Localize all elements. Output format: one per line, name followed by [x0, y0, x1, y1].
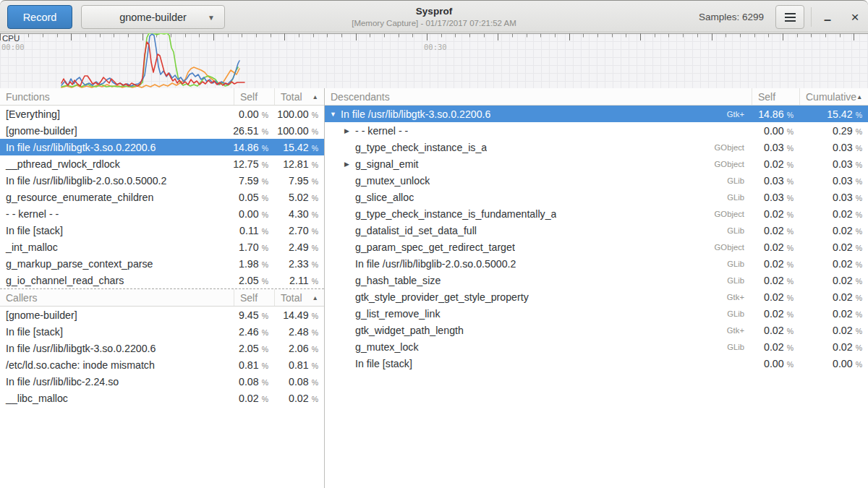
- percent-cell: 0.00%: [234, 108, 274, 120]
- percent-value: 2.48: [289, 326, 309, 338]
- percent-sign: %: [262, 260, 268, 269]
- percent-cell: 0.02%: [799, 325, 868, 336]
- column-header-descendants[interactable]: Descendants: [325, 88, 752, 105]
- expander-right-icon[interactable]: ▶: [344, 160, 355, 168]
- tree-row-name-cell: g_mutex_unlockGLib: [325, 175, 752, 187]
- expander-right-icon[interactable]: ▶: [344, 127, 355, 134]
- percent-value: 0.02: [833, 258, 853, 270]
- table-row[interactable]: /etc/ld.so.cache: inode mismatch0.81%0.8…: [0, 356, 324, 373]
- percent-cell: 26.51%: [234, 125, 274, 137]
- percent-cell: 0.81%: [274, 359, 324, 371]
- function-name: gtk_style_provider_get_style_property: [355, 291, 529, 303]
- tree-row-name-cell: ▶- - kernel - -: [325, 125, 752, 137]
- tree-row[interactable]: In file [stack]0.00%0.00%: [325, 355, 868, 372]
- percent-value: 0.03: [833, 142, 853, 153]
- table-row[interactable]: In file [stack]2.46%2.48%: [0, 323, 324, 340]
- table-row[interactable]: g_markup_parse_context_parse1.98%2.33%: [0, 255, 324, 272]
- percent-cell: 0.03%: [799, 142, 868, 153]
- table-row[interactable]: In file /usr/lib/libc-2.24.so0.08%0.08%: [0, 373, 324, 390]
- tree-row[interactable]: g_list_remove_linkGLib0.02%0.02%: [325, 305, 868, 322]
- minimize-button[interactable]: –: [816, 5, 839, 29]
- functions-table-header: Functions Self Total ▲: [0, 88, 324, 106]
- process-selector-dropdown[interactable]: gnome-builder ▼: [81, 5, 225, 29]
- percent-cell: 2.05%: [234, 275, 274, 286]
- menu-button[interactable]: [775, 5, 804, 29]
- percent-cell: 2.70%: [274, 225, 324, 236]
- tree-row[interactable]: g_param_spec_get_redirect_targetGObject0…: [325, 239, 868, 255]
- tree-row[interactable]: g_type_check_instance_is_aGObject0.03%0.…: [325, 139, 868, 155]
- percent-value: 15.42: [827, 108, 853, 120]
- column-header-callers[interactable]: Callers: [0, 289, 234, 306]
- tree-row[interactable]: gtk_widget_path_lengthGtk+0.02%0.02%: [325, 322, 868, 338]
- table-row[interactable]: In file /usr/lib/libgtk-3.so.0.2200.614.…: [0, 139, 324, 155]
- percent-cell: 0.02%: [752, 158, 799, 170]
- percent-cell: 2.49%: [274, 241, 324, 253]
- tree-row[interactable]: In file /usr/lib/libglib-2.0.so.0.5000.2…: [325, 255, 868, 272]
- expander-down-icon[interactable]: ▼: [330, 111, 341, 118]
- column-header-self[interactable]: Self: [234, 88, 274, 105]
- column-header-total[interactable]: Total ▲: [274, 289, 324, 306]
- percent-sign: %: [312, 361, 318, 370]
- table-row[interactable]: In file /usr/lib/libgtk-3.so.0.2200.62.0…: [0, 340, 324, 356]
- percent-sign: %: [312, 260, 318, 269]
- percent-value: 2.70: [289, 225, 309, 236]
- table-row[interactable]: g_resource_enumerate_children0.05%5.02%: [0, 189, 324, 205]
- percent-value: 7.59: [239, 175, 259, 187]
- percent-sign: %: [787, 277, 793, 286]
- column-header-self[interactable]: Self: [234, 289, 274, 306]
- percent-value: 14.49: [283, 309, 309, 321]
- function-name: g_hash_table_size: [355, 275, 441, 286]
- percent-cell: 1.70%: [234, 241, 274, 253]
- table-row[interactable]: _int_malloc1.70%2.49%: [0, 239, 324, 255]
- table-row[interactable]: - - kernel - -0.00%4.30%: [0, 205, 324, 222]
- percent-value: 0.02: [764, 258, 784, 270]
- tree-row-name-cell: In file /usr/lib/libglib-2.0.so.0.5000.2…: [325, 258, 752, 270]
- table-row[interactable]: In file /usr/lib/libglib-2.0.so.0.5000.2…: [0, 172, 324, 189]
- table-row[interactable]: g_io_channel_read_chars2.05%2.11%: [0, 272, 324, 288]
- percent-cell: 0.02%: [752, 241, 799, 253]
- column-header-cumulative[interactable]: Cumulative ▲: [799, 88, 868, 105]
- cpu-graph[interactable]: CPU 00:00 00:30: [0, 33, 868, 88]
- percent-sign: %: [856, 360, 862, 369]
- percent-sign: %: [856, 177, 862, 186]
- percent-cell: 100.00%: [274, 125, 324, 137]
- tree-row[interactable]: g_mutex_lockGLib0.02%0.02%: [325, 338, 868, 355]
- column-header-self[interactable]: Self: [752, 88, 799, 105]
- table-row[interactable]: __libc_malloc0.02%0.02%: [0, 390, 324, 406]
- column-header-total[interactable]: Total ▲: [274, 88, 324, 105]
- record-button[interactable]: Record: [7, 5, 72, 29]
- percent-value: 100.00: [277, 125, 308, 137]
- table-row[interactable]: [Everything]0.00%100.00%: [0, 106, 324, 122]
- tree-row[interactable]: ▼In file /usr/lib/libgtk-3.so.0.2200.6Gt…: [325, 106, 868, 122]
- functions-rows: [Everything]0.00%100.00%[gnome-builder]2…: [0, 106, 324, 288]
- tree-row[interactable]: g_slice_allocGLib0.03%0.03%: [325, 189, 868, 205]
- table-row[interactable]: __pthread_rwlock_rdlock12.75%12.81%: [0, 155, 324, 172]
- tree-row[interactable]: g_datalist_id_set_data_fullGLib0.02%0.02…: [325, 222, 868, 239]
- table-row[interactable]: [gnome-builder]26.51%100.00%: [0, 122, 324, 139]
- percent-value: 0.02: [764, 158, 784, 170]
- tree-row[interactable]: ▶g_signal_emitGObject0.02%0.03%: [325, 155, 868, 172]
- percent-value: 0.05: [239, 192, 259, 203]
- percent-sign: %: [262, 361, 268, 370]
- percent-sign: %: [787, 244, 793, 252]
- percent-cell: 15.42%: [799, 108, 868, 120]
- table-row[interactable]: [gnome-builder]9.45%14.49%: [0, 307, 324, 323]
- column-header-functions[interactable]: Functions: [0, 88, 234, 105]
- library-category-label: GLib: [721, 226, 752, 235]
- percent-sign: %: [312, 111, 318, 119]
- tree-row[interactable]: ▶- - kernel - -0.00%0.29%: [325, 122, 868, 139]
- percent-value: 0.03: [764, 175, 784, 187]
- close-button[interactable]: ×: [843, 5, 867, 29]
- tree-row-name-cell: gtk_widget_path_lengthGtk+: [325, 325, 752, 336]
- table-row[interactable]: In file [stack]0.11%2.70%: [0, 222, 324, 239]
- percent-cell: 0.02%: [752, 308, 799, 320]
- function-name: In file [stack]: [0, 225, 234, 236]
- tree-row[interactable]: g_hash_table_sizeGLib0.02%0.02%: [325, 272, 868, 288]
- percent-cell: 12.81%: [274, 158, 324, 170]
- percent-sign: %: [312, 227, 318, 236]
- tree-row[interactable]: g_mutex_unlockGLib0.03%0.03%: [325, 172, 868, 189]
- tree-row[interactable]: g_type_check_instance_is_fundamentally_a…: [325, 205, 868, 222]
- tree-row-name-cell: g_hash_table_sizeGLib: [325, 275, 752, 286]
- tree-row[interactable]: gtk_style_provider_get_style_propertyGtk…: [325, 288, 868, 305]
- percent-sign: %: [262, 194, 268, 202]
